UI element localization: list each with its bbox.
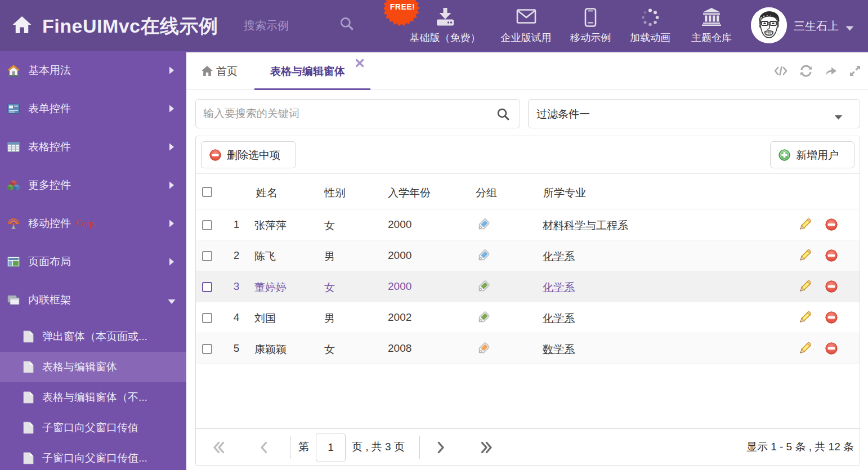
chevron-right-icon [168,143,175,151]
sidebar-item-page-layout[interactable]: 页面布局 [0,243,186,281]
sidebar-item-more-controls[interactable]: 更多控件 [0,166,186,204]
sidebar-item-label: 表格控件 [28,140,71,154]
header-nav-mobile-demo[interactable]: 移动示例 [561,0,620,51]
tag-icon[interactable] [476,341,491,356]
column-header-year[interactable]: 入学年份 [388,186,431,200]
user-avatar[interactable] [751,7,787,43]
edit-pencil-icon[interactable] [798,311,811,324]
sidebar-subitem-popup-window[interactable]: 弹出窗体（本页面或... [0,321,186,352]
refresh-icon[interactable] [799,64,813,78]
sidebar-item-basic-usage[interactable]: 基本用法 [0,51,186,89]
next-page-icon[interactable] [437,441,450,454]
sidebar-item-grid-controls[interactable]: 表格控件 [0,128,186,166]
last-page-icon[interactable] [481,441,493,454]
delete-minus-icon[interactable] [825,218,838,231]
row-checkbox[interactable] [202,220,212,230]
cell-name: 康颖颖 [254,342,287,357]
tag-icon[interactable] [476,217,491,232]
tag-icon[interactable] [476,310,491,325]
delete-minus-icon[interactable] [825,280,838,293]
open-new-window-icon[interactable] [824,64,838,78]
column-header-group[interactable]: 分组 [476,186,497,200]
previous-page-icon[interactable] [261,441,273,454]
sidebar-item-mobile-controls[interactable]: 移动控件 Corp. [0,204,186,243]
cell-name: 董婷婷 [254,280,287,295]
row-checkbox[interactable] [202,251,212,261]
cell-year: 2008 [388,342,411,355]
close-icon[interactable] [355,59,365,68]
table-row[interactable]: 2 陈飞 男 2000 化学系 [196,240,860,271]
sidebar-subitem-grid-edit-window-2[interactable]: 表格与编辑窗体（不... [0,382,186,413]
column-header-name[interactable]: 姓名 [256,186,278,200]
delete-minus-icon[interactable] [825,311,838,324]
header-nav-label: 加载动画 [621,31,679,44]
sidebar-item-inline-frames[interactable]: 内联框架 [0,281,186,319]
sidebar-subitem-grid-edit-window[interactable]: 表格与编辑窗体 [0,352,186,382]
sidebar-item-form-controls[interactable]: 表单控件 [0,89,186,128]
file-icon [23,422,34,434]
edit-pencil-icon[interactable] [798,280,811,293]
header-nav-basic-edition[interactable]: 基础版（免费） [407,0,483,51]
logo-home-icon[interactable] [12,15,32,35]
header-search-input[interactable]: 搜索示例 [244,18,289,33]
chevron-down-icon[interactable] [845,23,854,28]
page-number-input[interactable] [316,433,346,462]
sidebar-subitem-child-to-parent-2[interactable]: 子窗口向父窗口传值... [0,443,186,470]
row-checkbox[interactable] [202,344,212,354]
maximize-icon[interactable] [848,64,862,78]
edit-pencil-icon[interactable] [798,249,811,262]
bank-icon [701,8,722,27]
sidebar-item-label: 基本用法 [28,63,71,78]
user-name[interactable]: 三生石上 [794,19,839,34]
grid-toolbar: 删除选中项 新增用户 [196,136,860,174]
filter-dropdown[interactable]: 过滤条件一 [528,99,860,128]
table-row-selected[interactable]: 3 董婷婷 女 2000 化学系 [196,271,860,302]
first-page-icon[interactable] [213,441,226,454]
header-nav-label: 主题仓库 [682,31,741,44]
frames-icon [7,294,20,306]
edit-pencil-icon[interactable] [798,342,811,355]
sidebar-subitem-label: 表格与编辑窗体 [42,360,117,374]
cell-major-link[interactable]: 材料科学与工程系 [543,218,628,233]
chevron-right-icon [168,220,175,227]
sidebar-item-label: 页面布局 [28,254,71,269]
delete-minus-icon[interactable] [825,342,838,355]
cell-major-link[interactable]: 数学系 [543,342,575,357]
source-code-icon[interactable] [774,64,788,78]
table-row[interactable]: 1 张萍萍 女 2000 材料科学与工程系 [196,209,860,240]
row-actions [781,240,860,271]
tag-icon[interactable] [476,279,491,294]
sidebar-subitem-child-to-parent[interactable]: 子窗口向父窗口传值 [0,413,186,443]
search-icon[interactable] [496,108,510,121]
row-checkbox[interactable] [202,282,212,292]
add-user-button[interactable]: 新增用户 [770,141,854,168]
layout-icon [7,256,20,268]
sidebar-item-label: 表单控件 [28,101,71,116]
row-checkbox[interactable] [202,313,212,323]
tag-icon[interactable] [476,248,491,263]
header-nav-loading-animation[interactable]: 加载动画 [621,0,679,51]
search-icon[interactable] [339,16,354,31]
file-icon [23,391,34,404]
table-row[interactable]: 4 刘国 男 2002 化学系 [196,302,860,333]
column-header-major[interactable]: 所学专业 [543,186,586,200]
delete-minus-icon[interactable] [825,249,838,262]
header-nav-theme-store[interactable]: 主题仓库 [682,0,741,51]
cell-major-link[interactable]: 化学系 [543,280,575,295]
cell-gender: 女 [324,280,335,295]
header-nav-enterprise-trial[interactable]: 企业版试用 [494,0,558,51]
select-all-checkbox[interactable] [202,187,212,197]
cell-name: 张萍萍 [254,218,287,233]
edit-pencil-icon[interactable] [798,218,811,231]
delete-selected-button[interactable]: 删除选中项 [201,141,296,168]
cell-major-link[interactable]: 化学系 [543,249,575,264]
cell-major-link[interactable]: 化学系 [543,311,575,326]
tab-grid-edit-window[interactable]: 表格与编辑窗体 [254,52,370,89]
filter-dropdown-value: 过滤条件一 [536,107,590,122]
table-row[interactable]: 5 康颖颖 女 2008 数学系 [196,333,860,364]
keyword-search-input[interactable] [203,100,496,127]
row-index: 1 [228,218,245,231]
blocks-icon [7,179,20,191]
main-area: 首页 表格与编辑窗体 [186,51,868,470]
column-header-gender[interactable]: 性别 [324,186,346,200]
